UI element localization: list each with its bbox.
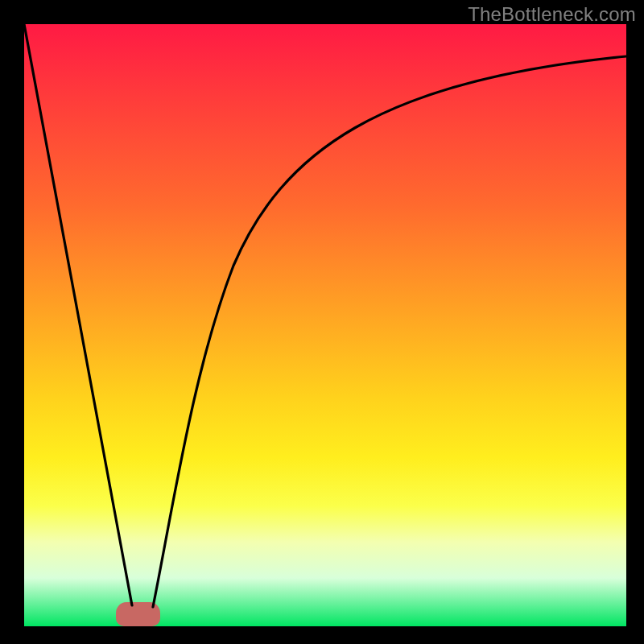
curve-overlay (24, 24, 626, 626)
left-descent-line (24, 24, 132, 605)
watermark-text: TheBottleneck.com (468, 3, 636, 26)
right-ascent-curve (153, 56, 626, 607)
